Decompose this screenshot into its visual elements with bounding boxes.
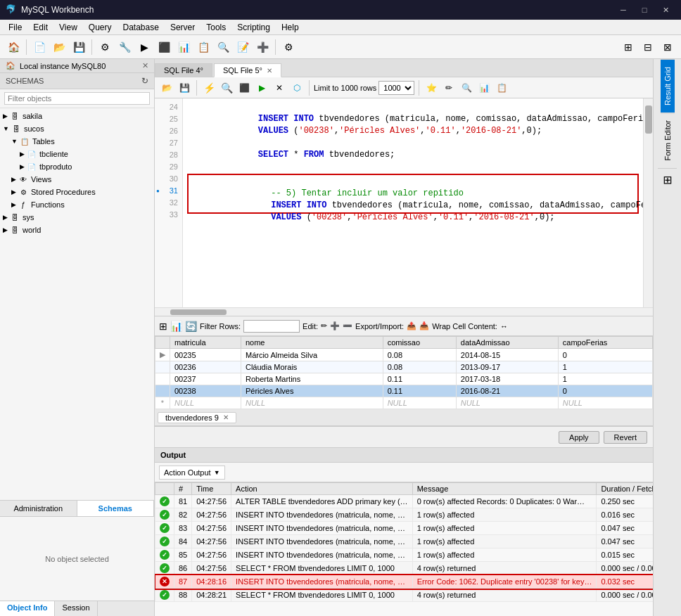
sql-open-file[interactable]: 📂 bbox=[159, 80, 174, 96]
toolbar-extra2[interactable]: ⊟ bbox=[639, 38, 657, 56]
editor-scrollbar[interactable] bbox=[643, 98, 653, 307]
expand-arrow[interactable]: ▶ bbox=[3, 226, 8, 233]
stored-procedures-node[interactable]: ▶ ⚙ Stored Procedures bbox=[0, 186, 154, 198]
sql-btn7[interactable]: ⭐ bbox=[424, 80, 439, 96]
refresh-icon[interactable]: ↻ bbox=[141, 76, 148, 86]
sql-btn5[interactable]: ✕ bbox=[272, 80, 287, 96]
revert-button[interactable]: Revert bbox=[604, 431, 647, 444]
toolbar-settings[interactable]: ⚙ bbox=[279, 38, 298, 56]
menu-scripting[interactable]: Scripting bbox=[231, 21, 276, 34]
export-icon1[interactable]: 📤 bbox=[407, 321, 416, 331]
limit-select[interactable]: 1000 bbox=[378, 81, 414, 95]
edit-icon2[interactable]: ➕ bbox=[330, 321, 340, 331]
h-scroll-thumb[interactable] bbox=[170, 309, 227, 315]
col-action[interactable]: Action bbox=[231, 483, 413, 495]
tab-session[interactable]: Session bbox=[55, 601, 97, 616]
schema-sakila[interactable]: ▶ 🗄 sakila bbox=[0, 110, 154, 122]
toolbar-btn4[interactable]: ⬛ bbox=[155, 38, 173, 56]
toolbar-new-schema[interactable]: 📄 bbox=[30, 38, 49, 56]
toolbar-extra1[interactable]: ⊞ bbox=[619, 38, 637, 56]
sql-tab-4[interactable]: SQL File 4° bbox=[155, 63, 212, 77]
output-row[interactable]: ✓ 83 04:27:56 INSERT INTO tbvendedores (… bbox=[155, 522, 654, 535]
expand-arrow[interactable]: ▶ bbox=[20, 163, 25, 170]
menu-server[interactable]: Server bbox=[165, 21, 201, 34]
menu-edit[interactable]: Edit bbox=[27, 21, 53, 34]
sql-debug[interactable]: ▶ bbox=[254, 80, 269, 96]
toolbar-save[interactable]: 💾 bbox=[70, 38, 88, 56]
menu-file[interactable]: File bbox=[3, 21, 27, 34]
right-tab-form-editor[interactable]: Form Editor bbox=[661, 113, 675, 167]
col-time[interactable]: Time bbox=[192, 483, 231, 495]
expand-arrow[interactable]: ▼ bbox=[3, 125, 9, 132]
table-row[interactable]: ▶ 00235 Márcio Almeida Silva 0.08 2014-0… bbox=[155, 349, 653, 361]
col-message[interactable]: Message bbox=[412, 483, 597, 495]
toolbar-btn9[interactable]: ➕ bbox=[253, 38, 272, 56]
toolbar-btn8[interactable]: 📝 bbox=[234, 38, 252, 56]
table-row-selected[interactable]: 00238 Péricles Alves 0.11 2016-08-21 0 bbox=[155, 385, 653, 397]
tables-node[interactable]: ▼ 📋 Tables bbox=[0, 135, 154, 148]
sql-save-file[interactable]: 💾 bbox=[177, 80, 192, 96]
toolbar-btn1[interactable]: ⚙ bbox=[96, 38, 114, 56]
action-dropdown[interactable]: Action Output ▼ bbox=[159, 466, 225, 480]
menu-query[interactable]: Query bbox=[83, 21, 117, 34]
sql-btn8[interactable]: ✏ bbox=[441, 80, 457, 96]
filter-rows-input[interactable] bbox=[243, 320, 300, 333]
output-row[interactable]: ✓ 84 04:27:56 INSERT INTO tbvendedores (… bbox=[155, 535, 654, 548]
table-row-new[interactable]: * NULL NULL NULL NULL NULL bbox=[155, 397, 653, 409]
editor-h-scroll[interactable] bbox=[155, 307, 653, 316]
col-nome[interactable]: nome bbox=[241, 337, 383, 349]
tab-object-info[interactable]: Object Info bbox=[0, 601, 55, 616]
toolbar-btn3[interactable]: ▶ bbox=[135, 38, 153, 56]
expand-arrow[interactable]: ▶ bbox=[11, 176, 16, 183]
toolbar-extra3[interactable]: ⊠ bbox=[658, 38, 677, 56]
edit-icon1[interactable]: ✏ bbox=[321, 321, 327, 331]
toolbar-btn5[interactable]: 📊 bbox=[174, 38, 193, 56]
output-row[interactable]: ✓ 81 04:27:56 ALTER TABLE tbvendedores A… bbox=[155, 495, 654, 508]
col-duration[interactable]: Duration / Fetch bbox=[597, 483, 653, 495]
sql-btn11[interactable]: 📋 bbox=[494, 80, 509, 96]
sql-btn10[interactable]: 📊 bbox=[476, 80, 492, 96]
expand-arrow[interactable]: ▼ bbox=[11, 138, 18, 145]
apply-button[interactable]: Apply bbox=[559, 431, 599, 444]
table-tbcliente[interactable]: ▶ 📄 tbcliente bbox=[0, 148, 154, 160]
tab-close-icon[interactable]: ✕ bbox=[267, 67, 272, 75]
toolbar-home[interactable]: 🏠 bbox=[4, 38, 23, 56]
tab-administration[interactable]: Administration bbox=[0, 501, 77, 516]
expand-arrow[interactable]: ▶ bbox=[3, 214, 8, 221]
menu-view[interactable]: View bbox=[53, 21, 83, 34]
instance-label[interactable]: Local instance MySQL80 bbox=[20, 62, 138, 70]
expand-arrow[interactable]: ▶ bbox=[11, 201, 16, 208]
result-tab-tbvendedores[interactable]: tbvendedores 9 ✕ bbox=[158, 412, 236, 423]
schema-world[interactable]: ▶ 🗄 world bbox=[0, 224, 154, 236]
sql-btn9[interactable]: 🔍 bbox=[459, 80, 474, 96]
sql-btn6[interactable]: ⬡ bbox=[289, 80, 305, 96]
col-matricula[interactable]: matricula bbox=[170, 337, 241, 349]
right-tab-extra[interactable]: ⊞ bbox=[658, 168, 677, 192]
export-icon2[interactable]: 📥 bbox=[419, 321, 429, 331]
col-num[interactable]: # bbox=[174, 483, 192, 495]
col-comissao[interactable]: comissao bbox=[383, 337, 456, 349]
views-node[interactable]: ▶ 👁 Views bbox=[0, 173, 154, 186]
sql-tab-5[interactable]: SQL File 5° ✕ bbox=[214, 63, 281, 77]
toolbar-btn6[interactable]: 📋 bbox=[194, 38, 212, 56]
schema-sys[interactable]: ▶ 🗄 sys bbox=[0, 211, 154, 224]
sql-stop[interactable]: ⬛ bbox=[236, 80, 252, 96]
menu-database[interactable]: Database bbox=[117, 21, 165, 34]
sql-execute-select[interactable]: 🔍 bbox=[219, 80, 234, 96]
code-editor[interactable]: INSERT INTO tbvendedores (matricula, nom… bbox=[183, 98, 643, 307]
result-tab-close[interactable]: ✕ bbox=[223, 413, 229, 421]
col-dataAdmissao[interactable]: dataAdmissao bbox=[456, 337, 558, 349]
filter-input[interactable] bbox=[4, 92, 150, 105]
output-row[interactable]: ✓ 82 04:27:56 INSERT INTO tbvendedores (… bbox=[155, 508, 654, 522]
close-button[interactable]: ✕ bbox=[656, 3, 675, 17]
schema-sucos[interactable]: ▼ 🗄 sucos bbox=[0, 122, 154, 135]
scroll-thumb[interactable] bbox=[645, 105, 652, 134]
col-campoFerias[interactable]: campoFerias bbox=[558, 337, 652, 349]
edit-icon3[interactable]: ➖ bbox=[343, 321, 352, 331]
instance-close[interactable]: ✕ bbox=[142, 61, 148, 70]
expand-arrow[interactable]: ▶ bbox=[3, 113, 8, 120]
menu-tools[interactable]: Tools bbox=[201, 21, 231, 34]
right-tab-result-grid[interactable]: Result Grid bbox=[661, 59, 675, 113]
output-row[interactable]: ✓ 86 04:27:56 SELECT * FROM tbvendedores… bbox=[155, 562, 654, 575]
tab-schemas[interactable]: Schemas bbox=[77, 501, 155, 516]
